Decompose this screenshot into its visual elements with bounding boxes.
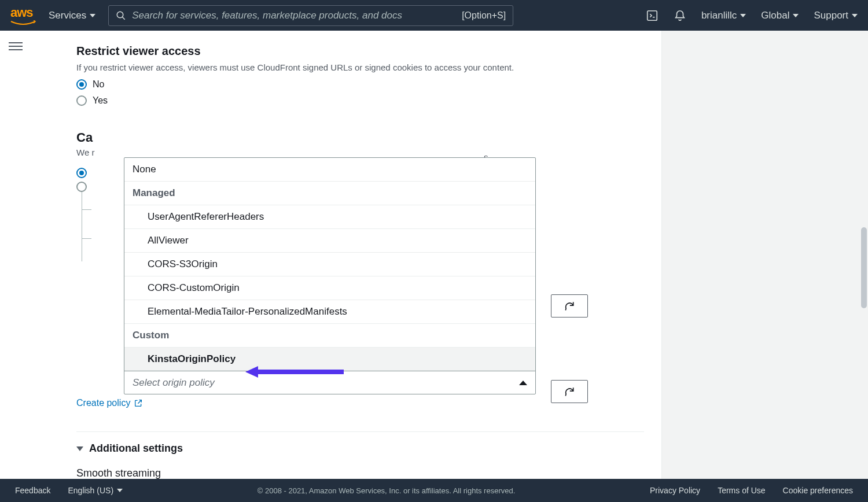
caret-down-icon	[793, 14, 799, 17]
caret-down-icon	[117, 489, 123, 492]
global-search[interactable]: Search for services, features, marketpla…	[108, 5, 513, 26]
content-area: Restrict viewer access If you restrict v…	[31, 31, 868, 479]
caret-down-icon	[740, 14, 746, 17]
external-link-icon	[134, 398, 143, 408]
account-username: brianlillc	[701, 10, 737, 21]
dropdown-group-managed: Managed	[124, 181, 535, 205]
region-menu[interactable]: Global	[761, 10, 799, 21]
dropdown-option-none[interactable]: None	[124, 158, 535, 181]
restrict-radio-no[interactable]: No	[76, 79, 644, 90]
aws-logo[interactable]: aws	[10, 5, 36, 26]
additional-settings-toggle[interactable]: Additional settings	[76, 442, 644, 455]
search-shortcut: [Option+S]	[462, 10, 506, 21]
restrict-title: Restrict viewer access	[76, 45, 644, 58]
side-nav-collapsed	[0, 31, 31, 479]
smooth-streaming-label: Smooth streaming	[76, 467, 644, 479]
refresh-icon	[564, 300, 575, 312]
additional-settings-label: Additional settings	[89, 442, 183, 455]
dropdown-option-allviewer[interactable]: AllViewer	[124, 228, 535, 252]
search-icon	[116, 10, 126, 21]
radio-checked-icon	[76, 79, 87, 90]
aws-logo-text: aws	[10, 5, 33, 20]
account-menu[interactable]: brianlillc	[701, 10, 746, 21]
divider	[76, 431, 644, 432]
select-placeholder: Select origin policy	[133, 377, 215, 389]
form-panel: Restrict viewer access If you restrict v…	[31, 31, 662, 479]
dropdown-option-elemental-mediatailor[interactable]: Elemental-MediaTailor-PersonalizedManife…	[124, 300, 535, 323]
cache-desc-partial: We r	[76, 147, 644, 157]
feedback-link[interactable]: Feedback	[15, 486, 50, 495]
privacy-policy-link[interactable]: Privacy Policy	[650, 486, 700, 495]
svg-line-1	[122, 17, 125, 20]
refresh-cache-policy-button[interactable]	[551, 294, 588, 318]
cloudshell-icon[interactable]	[646, 9, 659, 22]
services-label: Services	[49, 10, 86, 21]
search-placeholder: Search for services, features, marketpla…	[132, 10, 456, 21]
caret-up-icon	[519, 381, 527, 385]
origin-policy-select[interactable]: Select origin policy	[124, 371, 535, 394]
terms-of-use-link[interactable]: Terms of Use	[718, 486, 765, 495]
create-policy-label: Create policy	[76, 398, 130, 408]
dropdown-option-cors-customorigin[interactable]: CORS-CustomOrigin	[124, 276, 535, 300]
cookie-preferences-link[interactable]: Cookie preferences	[783, 486, 853, 495]
dropdown-option-kinstaoriginpolicy[interactable]: KinstaOriginPolicy	[124, 347, 535, 371]
create-policy-link[interactable]: Create policy	[76, 398, 143, 408]
top-navbar: aws Services Search for services, featur…	[0, 0, 868, 31]
radio-no-label: No	[93, 79, 104, 90]
restrict-radio-yes[interactable]: Yes	[76, 95, 644, 106]
notifications-icon[interactable]	[674, 9, 686, 22]
scrollbar-thumb[interactable]	[861, 227, 867, 308]
dropdown-option-useragentrefererheaders[interactable]: UserAgentRefererHeaders	[124, 205, 535, 228]
origin-policy-dropdown[interactable]: None Managed UserAgentRefererHeaders All…	[124, 157, 536, 394]
support-label: Support	[814, 10, 848, 21]
restrict-viewer-section: Restrict viewer access If you restrict v…	[76, 45, 644, 106]
footer-bar: Feedback English (US) © 2008 - 2021, Ama…	[0, 479, 868, 502]
aws-swoosh-icon	[10, 20, 36, 26]
restrict-desc: If you restrict viewer access, viewers m…	[76, 61, 644, 73]
caret-down-icon	[76, 446, 83, 451]
caret-down-icon	[90, 14, 95, 17]
caret-down-icon	[852, 14, 858, 17]
support-menu[interactable]: Support	[814, 10, 858, 21]
refresh-origin-policy-button[interactable]	[551, 380, 588, 403]
dropdown-option-cors-s3origin[interactable]: CORS-S3Origin	[124, 252, 535, 276]
language-menu[interactable]: English (US)	[68, 486, 123, 495]
region-label: Global	[761, 10, 789, 21]
radio-unchecked-icon	[76, 182, 87, 192]
svg-point-0	[117, 12, 123, 18]
radio-checked-icon	[76, 168, 87, 178]
services-menu[interactable]: Services	[49, 10, 95, 21]
footer-copyright: © 2008 - 2021, Amazon Web Services, Inc.…	[140, 486, 632, 495]
cache-title-partial: Ca	[76, 130, 644, 145]
language-label: English (US)	[68, 486, 113, 495]
radio-unchecked-icon	[76, 95, 87, 106]
scrollbar-track[interactable]	[859, 31, 868, 479]
radio-yes-label: Yes	[93, 95, 108, 106]
dropdown-group-custom: Custom	[124, 323, 535, 347]
hamburger-icon[interactable]	[9, 40, 23, 50]
refresh-icon	[564, 386, 575, 397]
